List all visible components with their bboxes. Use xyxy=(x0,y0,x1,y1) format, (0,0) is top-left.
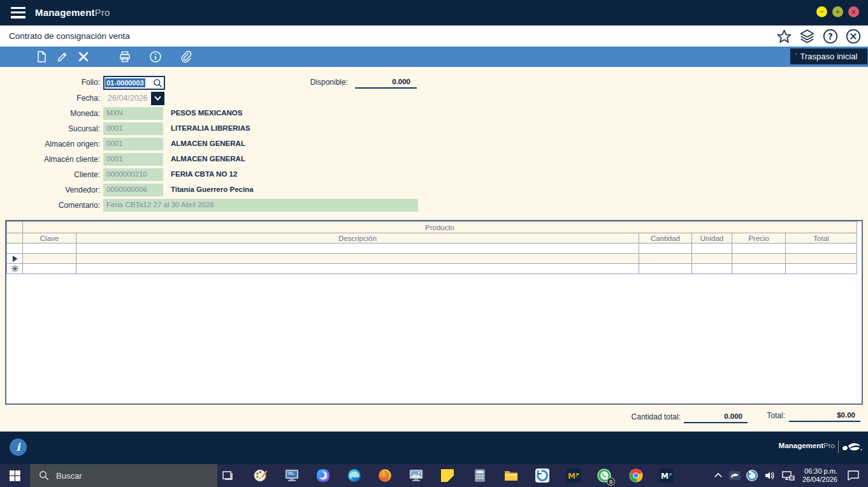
folio-label: Folio: xyxy=(0,78,100,87)
maximize-button[interactable]: + xyxy=(832,6,843,17)
network-icon[interactable] xyxy=(781,469,795,482)
svg-text:M: M xyxy=(661,472,669,481)
col-header-unidad[interactable]: Unidad xyxy=(692,233,732,244)
whatsapp-badge: 9 xyxy=(607,477,615,486)
search-icon xyxy=(39,470,49,481)
taskbar-clock[interactable]: 06:30 p.m. 26/04/2026 xyxy=(802,467,837,484)
disponible-label: Disponible: xyxy=(280,78,348,87)
close-button[interactable]: x xyxy=(848,6,859,17)
moneda-label: Moneda: xyxy=(0,109,100,118)
grid-corner-cell xyxy=(7,222,23,233)
col-header-clave[interactable]: Clave xyxy=(23,233,76,244)
print-icon[interactable] xyxy=(119,50,131,63)
paint-icon[interactable] xyxy=(253,468,268,483)
file-explorer-icon[interactable] xyxy=(503,468,519,483)
almacen-cliente-input[interactable]: 0001 xyxy=(103,153,163,166)
notification-icon[interactable] xyxy=(846,469,860,482)
attachment-icon[interactable] xyxy=(180,50,192,63)
whatsapp-icon[interactable]: 9 xyxy=(597,468,612,483)
new-document-icon[interactable] xyxy=(35,50,48,63)
info-icon[interactable] xyxy=(149,50,162,63)
managementpro-blue-icon[interactable]: M xyxy=(659,468,674,483)
grid-group-header: Producto xyxy=(23,222,857,233)
sucursal-desc: LITERALIA LIBRERIAS xyxy=(171,124,250,132)
edit-pencil-icon[interactable] xyxy=(56,50,69,63)
statusbar-brand: ManagementPro xyxy=(779,442,835,449)
col-header-total[interactable]: Total xyxy=(786,233,857,244)
cantidad-total-value: 0.000 xyxy=(684,411,748,423)
search-input[interactable]: Buscar xyxy=(30,464,217,487)
cliente-input[interactable]: 0000000210 xyxy=(103,168,163,181)
window-controls: − + x xyxy=(816,6,859,17)
minimize-button[interactable]: − xyxy=(816,6,827,17)
remote-desktop-icon[interactable] xyxy=(284,468,300,483)
new-row-asterisk-icon xyxy=(11,265,19,273)
help-icon[interactable]: ? xyxy=(822,28,839,45)
start-button[interactable] xyxy=(0,464,29,487)
firefox-icon[interactable] xyxy=(377,468,393,483)
moneda-desc: PESOS MEXICANOS xyxy=(171,109,242,117)
copilot-icon[interactable] xyxy=(315,468,331,483)
traspaso-inicial-button[interactable]: Traspaso inicial xyxy=(790,48,867,64)
tab-bar-actions: ? xyxy=(776,28,862,45)
hamburger-menu-icon[interactable] xyxy=(11,7,25,18)
app-brand: ManagementPro xyxy=(35,7,110,18)
sticky-notes-icon[interactable] xyxy=(440,468,455,483)
col-header-precio[interactable]: Precio xyxy=(732,233,786,244)
brand-light: Pro xyxy=(95,7,110,18)
row-selector-current[interactable] xyxy=(7,254,23,264)
vendedor-label: Vendedor: xyxy=(0,185,100,194)
row-selector-new[interactable] xyxy=(7,264,23,274)
cliente-desc: FERIA CBTA NO 12 xyxy=(171,170,237,178)
chrome-icon[interactable] xyxy=(628,468,644,483)
almacen-origen-input[interactable]: 0001 xyxy=(103,138,163,150)
chevron-up-icon[interactable] xyxy=(712,470,724,481)
start-icon xyxy=(10,470,20,481)
info-circle-icon[interactable]: i xyxy=(10,439,27,456)
layers-icon[interactable] xyxy=(799,28,816,45)
current-row-arrow-icon xyxy=(11,255,18,263)
managementpro-gold-icon[interactable]: M xyxy=(566,468,581,483)
tab-bar: Contrato de consignación venta ? xyxy=(0,25,868,47)
app-window: ManagementPro − + x Contrato de consigna… xyxy=(0,0,868,487)
speaker-icon[interactable] xyxy=(763,469,776,482)
vendedor-input[interactable]: 0000000006 xyxy=(103,184,163,196)
toolbar: Traspaso inicial xyxy=(0,47,868,67)
sucursal-input[interactable]: 0001 xyxy=(103,122,163,135)
col-header-descripcion[interactable]: Descripción xyxy=(76,233,639,244)
taskbar: Buscar xyxy=(0,464,868,487)
product-grid: Producto Clave Descripción Cantidad Unid… xyxy=(6,221,857,274)
close-circle-icon[interactable] xyxy=(845,28,862,45)
fecha-dropdown-button[interactable] xyxy=(151,92,164,105)
comentario-input[interactable]: Feria CBTa12 27 al 30 Abril 2026 xyxy=(103,199,418,212)
fecha-value: 26/04/2026 xyxy=(108,94,148,103)
managementpro-logo-icon xyxy=(839,440,863,455)
sync-tray-icon[interactable] xyxy=(746,469,758,482)
almacen-origen-desc: ALMACEN GENERAL xyxy=(171,140,245,147)
edge-icon[interactable] xyxy=(347,468,362,483)
task-view-icon[interactable] xyxy=(222,469,237,484)
delete-x-icon[interactable] xyxy=(77,50,90,63)
fecha-label: Fecha: xyxy=(0,94,100,103)
moneda-input[interactable]: MXN xyxy=(103,107,163,120)
photos-icon[interactable] xyxy=(409,468,424,483)
almacen-origen-label: Almacén origen: xyxy=(0,140,100,149)
record-dot-icon xyxy=(795,53,797,55)
system-tray: 06:30 p.m. 26/04/2026 xyxy=(712,464,868,487)
total-value: $0.00 xyxy=(789,409,860,422)
product-grid-container: Producto Clave Descripción Cantidad Unid… xyxy=(5,220,863,405)
star-icon[interactable] xyxy=(776,29,792,45)
clock-date: 26/04/2026 xyxy=(802,476,837,484)
search-lookup-icon[interactable] xyxy=(153,78,163,88)
row-selector[interactable] xyxy=(7,244,23,254)
table-row[interactable] xyxy=(7,254,857,264)
sync-app-icon[interactable] xyxy=(535,468,550,483)
calculator-icon[interactable] xyxy=(472,468,488,483)
table-row[interactable] xyxy=(7,244,857,254)
almacen-cliente-desc: ALMACEN GENERAL xyxy=(171,155,245,163)
col-header-cantidad[interactable]: Cantidad xyxy=(639,233,692,244)
folio-value: 01-0000003 xyxy=(105,78,145,87)
folio-input[interactable]: 01-0000003 xyxy=(103,76,165,90)
managementpro-tray-icon[interactable] xyxy=(728,469,741,482)
table-row[interactable] xyxy=(7,264,857,274)
